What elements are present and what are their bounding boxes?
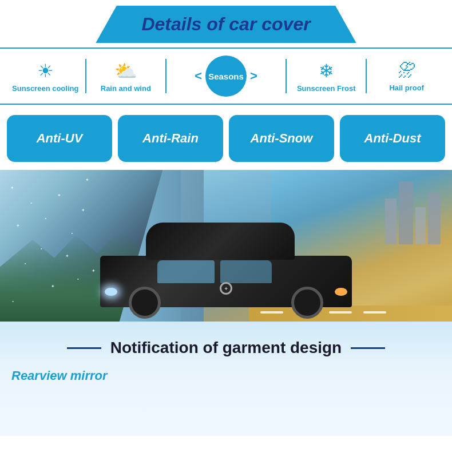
header-trapezoid: Details of car cover: [96, 6, 356, 43]
sunscreen-frost-label: Sunscreen Frost: [297, 84, 356, 93]
header-section: Details of car cover: [0, 0, 452, 47]
page-title: Details of car cover: [141, 14, 310, 35]
road-surface: [249, 306, 453, 322]
storm-icon: ⛈: [398, 60, 416, 81]
city-buildings: [385, 181, 441, 244]
seasons-badge[interactable]: Seasons: [205, 55, 247, 97]
features-row: ☀ Sunscreen cooling ⛅ Rain and wind < Se…: [0, 47, 452, 105]
rain-wind-label: Rain and wind: [101, 84, 151, 93]
car-image-section: ✦ • ✦ • ✦ • ✦ • ✦ • ✦ • ✦ • ✦ ✦: [0, 170, 452, 322]
anti-snow-label: Anti-Snow: [251, 131, 313, 146]
feature-sunscreen-frost: ❄ Sunscreen Frost: [287, 60, 366, 93]
anti-rain-label: Anti-Rain: [142, 131, 199, 146]
seasons-badge-label: Seasons: [208, 72, 244, 81]
snowflake-icon: ❄: [319, 60, 334, 82]
anti-uv-badge: Anti-UV: [7, 115, 112, 162]
design-section: Notification of garment design Rearview …: [0, 322, 452, 436]
protection-row: Anti-UV Anti-Rain Anti-Snow Anti-Dust: [0, 105, 452, 170]
title-dash-right: [351, 347, 385, 349]
cloud-icon: ⛅: [114, 60, 137, 82]
sunscreen-cooling-label: Sunscreen cooling: [12, 84, 78, 93]
anti-rain-badge: Anti-Rain: [118, 115, 223, 162]
anti-snow-badge: Anti-Snow: [229, 115, 334, 162]
hail-proof-label: Hail proof: [389, 84, 424, 92]
car-body: ✦: [100, 256, 352, 307]
anti-uv-label: Anti-UV: [37, 131, 83, 146]
feature-sunscreen-cooling: ☀ Sunscreen cooling: [6, 60, 85, 93]
anti-dust-badge: Anti-Dust: [340, 115, 445, 162]
design-title: Notification of garment design: [110, 339, 342, 357]
seasons-wrapper: < Seasons >: [166, 55, 286, 97]
anti-dust-label: Anti-Dust: [364, 131, 421, 146]
feature-hail-proof: ⛈ Hail proof: [367, 60, 446, 92]
seasons-prev-arrow[interactable]: <: [195, 69, 202, 84]
rearview-label: Rearview mirror: [11, 368, 441, 383]
seasons-next-arrow[interactable]: >: [250, 69, 257, 84]
design-title-row: Notification of garment design: [11, 339, 441, 357]
feature-rain-wind: ⛅ Rain and wind: [86, 60, 166, 93]
sun-icon: ☀: [37, 60, 54, 82]
title-dash-left: [67, 347, 101, 349]
